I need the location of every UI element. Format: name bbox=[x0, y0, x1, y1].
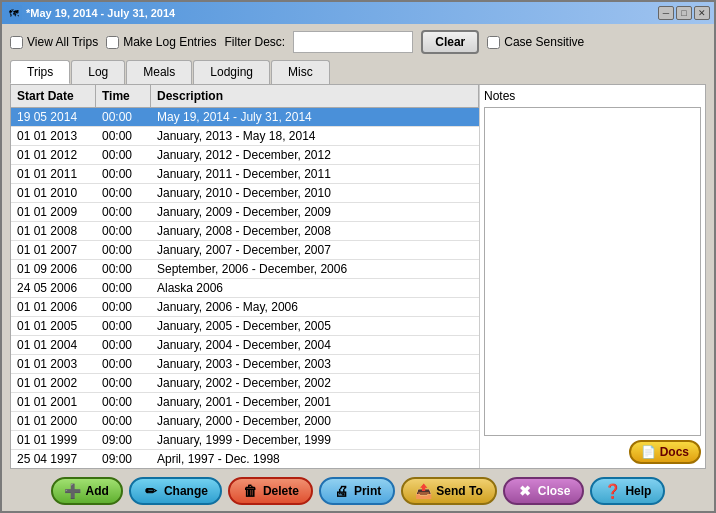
toolbar: View All Trips Make Log Entries Filter D… bbox=[2, 24, 714, 60]
table-row[interactable]: 01 01 2009 00:00 January, 2009 - Decembe… bbox=[11, 203, 479, 222]
tab-lodging[interactable]: Lodging bbox=[193, 60, 270, 84]
help-icon: ❓ bbox=[604, 483, 620, 499]
table-row[interactable]: 01 09 2006 00:00 September, 2006 - Decem… bbox=[11, 260, 479, 279]
cell-desc: January, 2008 - December, 2008 bbox=[151, 222, 479, 240]
change-button[interactable]: ✏Change bbox=[129, 477, 222, 505]
cell-time: 00:00 bbox=[96, 146, 151, 164]
cell-desc: January, 2007 - December, 2007 bbox=[151, 241, 479, 259]
cell-date: 24 05 2006 bbox=[11, 279, 96, 297]
delete-button[interactable]: 🗑Delete bbox=[228, 477, 313, 505]
table-row[interactable]: 19 05 2014 00:00 May 19, 2014 - July 31,… bbox=[11, 108, 479, 127]
cell-desc: January, 2012 - December, 2012 bbox=[151, 146, 479, 164]
cell-desc: January, 2005 - December, 2005 bbox=[151, 317, 479, 335]
cell-time: 00:00 bbox=[96, 355, 151, 373]
cell-desc: Alaska 2006 bbox=[151, 279, 479, 297]
close-window-button[interactable]: ✕ bbox=[694, 6, 710, 20]
col-time: Time bbox=[96, 85, 151, 107]
title-bar-buttons: ─ □ ✕ bbox=[658, 6, 710, 20]
notes-section: Notes 📄 Docs bbox=[480, 85, 705, 468]
cell-time: 00:00 bbox=[96, 222, 151, 240]
table-row[interactable]: 25 04 1997 09:00 April, 1997 - Dec. 1998 bbox=[11, 450, 479, 468]
cell-desc: January, 2004 - December, 2004 bbox=[151, 336, 479, 354]
table-row[interactable]: 01 01 2004 00:00 January, 2004 - Decembe… bbox=[11, 336, 479, 355]
sendto-button[interactable]: 📤Send To bbox=[401, 477, 496, 505]
case-sensitive-checkbox-label[interactable]: Case Sensitive bbox=[487, 35, 584, 49]
cell-time: 00:00 bbox=[96, 165, 151, 183]
cell-date: 01 01 2003 bbox=[11, 355, 96, 373]
table-row[interactable]: 01 01 2003 00:00 January, 2003 - Decembe… bbox=[11, 355, 479, 374]
filter-desc-input[interactable] bbox=[293, 31, 413, 53]
title-bar: 🗺 *May 19, 2014 - July 31, 2014 ─ □ ✕ bbox=[2, 2, 714, 24]
cell-desc: January, 2001 - December, 2001 bbox=[151, 393, 479, 411]
cell-time: 09:00 bbox=[96, 450, 151, 468]
table-row[interactable]: 01 01 2012 00:00 January, 2012 - Decembe… bbox=[11, 146, 479, 165]
close-button[interactable]: ✖Close bbox=[503, 477, 585, 505]
view-all-trips-checkbox-label[interactable]: View All Trips bbox=[10, 35, 98, 49]
add-button[interactable]: ➕Add bbox=[51, 477, 123, 505]
make-log-entries-checkbox[interactable] bbox=[106, 36, 119, 49]
table-row[interactable]: 01 01 2013 00:00 January, 2013 - May 18,… bbox=[11, 127, 479, 146]
cell-desc: January, 2010 - December, 2010 bbox=[151, 184, 479, 202]
change-icon: ✏ bbox=[143, 483, 159, 499]
table-row[interactable]: 01 01 2010 00:00 January, 2010 - Decembe… bbox=[11, 184, 479, 203]
table-row[interactable]: 01 01 2005 00:00 January, 2005 - Decembe… bbox=[11, 317, 479, 336]
cell-time: 00:00 bbox=[96, 393, 151, 411]
table-row[interactable]: 01 01 2002 00:00 January, 2002 - Decembe… bbox=[11, 374, 479, 393]
table-row[interactable]: 01 01 2000 00:00 January, 2000 - Decembe… bbox=[11, 412, 479, 431]
maximize-button[interactable]: □ bbox=[676, 6, 692, 20]
cell-date: 01 01 2013 bbox=[11, 127, 96, 145]
table-row[interactable]: 01 01 2007 00:00 January, 2007 - Decembe… bbox=[11, 241, 479, 260]
case-sensitive-checkbox[interactable] bbox=[487, 36, 500, 49]
make-log-entries-checkbox-label[interactable]: Make Log Entries bbox=[106, 35, 216, 49]
cell-time: 00:00 bbox=[96, 336, 151, 354]
cell-time: 00:00 bbox=[96, 108, 151, 126]
table-header: Start Date Time Description bbox=[11, 85, 479, 108]
table-row[interactable]: 01 01 1999 09:00 January, 1999 - Decembe… bbox=[11, 431, 479, 450]
cell-desc: January, 1999 - December, 1999 bbox=[151, 431, 479, 449]
cell-date: 01 01 2000 bbox=[11, 412, 96, 430]
bottom-bar: ➕Add✏Change🗑Delete🖨Print📤Send To✖Close❓H… bbox=[2, 473, 714, 511]
cell-time: 00:00 bbox=[96, 279, 151, 297]
table-row[interactable]: 24 05 2006 00:00 Alaska 2006 bbox=[11, 279, 479, 298]
delete-icon: 🗑 bbox=[242, 483, 258, 499]
notes-textarea[interactable] bbox=[484, 107, 701, 436]
cell-time: 09:00 bbox=[96, 431, 151, 449]
table-row[interactable]: 01 01 2006 00:00 January, 2006 - May, 20… bbox=[11, 298, 479, 317]
window-title: *May 19, 2014 - July 31, 2014 bbox=[26, 7, 175, 19]
print-icon: 🖨 bbox=[333, 483, 349, 499]
cell-date: 01 01 2006 bbox=[11, 298, 96, 316]
add-icon: ➕ bbox=[65, 483, 81, 499]
docs-button[interactable]: 📄 Docs bbox=[629, 440, 701, 464]
table-row[interactable]: 01 01 2008 00:00 January, 2008 - Decembe… bbox=[11, 222, 479, 241]
cell-date: 01 09 2006 bbox=[11, 260, 96, 278]
cell-date: 01 01 1999 bbox=[11, 431, 96, 449]
cell-desc: April, 1997 - Dec. 1998 bbox=[151, 450, 479, 468]
docs-label: Docs bbox=[660, 445, 689, 459]
view-all-trips-checkbox[interactable] bbox=[10, 36, 23, 49]
cell-date: 01 01 2005 bbox=[11, 317, 96, 335]
tab-trips[interactable]: Trips bbox=[10, 60, 70, 84]
cell-time: 00:00 bbox=[96, 374, 151, 392]
col-description: Description bbox=[151, 85, 479, 107]
trips-table-section: Start Date Time Description 19 05 2014 0… bbox=[11, 85, 480, 468]
table-row[interactable]: 01 01 2011 00:00 January, 2011 - Decembe… bbox=[11, 165, 479, 184]
view-all-trips-label: View All Trips bbox=[27, 35, 98, 49]
sendto-label: Send To bbox=[436, 484, 482, 498]
tab-log[interactable]: Log bbox=[71, 60, 125, 84]
app-icon: 🗺 bbox=[6, 5, 22, 21]
tab-misc[interactable]: Misc bbox=[271, 60, 330, 84]
cell-time: 00:00 bbox=[96, 203, 151, 221]
table-row[interactable]: 01 01 2001 00:00 January, 2001 - Decembe… bbox=[11, 393, 479, 412]
minimize-button[interactable]: ─ bbox=[658, 6, 674, 20]
clear-button[interactable]: Clear bbox=[421, 30, 479, 54]
print-button[interactable]: 🖨Print bbox=[319, 477, 395, 505]
cell-date: 01 01 2012 bbox=[11, 146, 96, 164]
help-button[interactable]: ❓Help bbox=[590, 477, 665, 505]
trips-table-body[interactable]: 19 05 2014 00:00 May 19, 2014 - July 31,… bbox=[11, 108, 479, 468]
cell-time: 00:00 bbox=[96, 298, 151, 316]
cell-desc: January, 2002 - December, 2002 bbox=[151, 374, 479, 392]
tab-meals[interactable]: Meals bbox=[126, 60, 192, 84]
cell-time: 00:00 bbox=[96, 241, 151, 259]
cell-date: 01 01 2002 bbox=[11, 374, 96, 392]
cell-desc: January, 2006 - May, 2006 bbox=[151, 298, 479, 316]
